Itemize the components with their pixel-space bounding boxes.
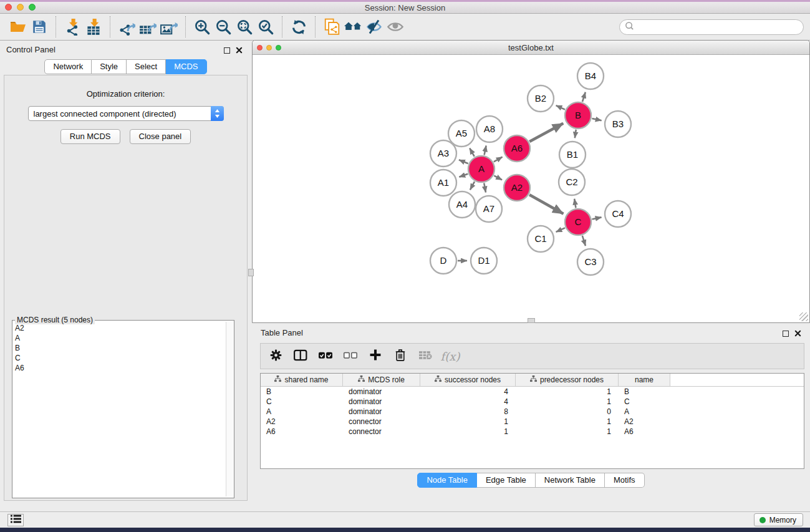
cell-name[interactable]: A (619, 407, 670, 417)
node-A7[interactable]: A7 (476, 196, 502, 222)
memory-button[interactable]: Memory (754, 513, 803, 526)
edge-B-B3[interactable] (592, 118, 601, 120)
node-D[interactable]: D (430, 248, 456, 274)
tab-edge-table[interactable]: Edge Table (477, 473, 536, 488)
cell-successor-nodes[interactable]: 1 (420, 417, 516, 427)
open-session-button[interactable] (7, 17, 29, 37)
edge-C-C3[interactable] (582, 236, 586, 246)
export-network-button[interactable] (116, 17, 137, 37)
float-table-panel-icon[interactable] (783, 331, 789, 337)
edge-B-B2[interactable] (556, 105, 565, 109)
table-row[interactable]: Cdominator41C (261, 397, 804, 407)
column-header-predecessor-nodes[interactable]: predecessor nodes (516, 374, 619, 386)
import-network-button[interactable] (62, 17, 83, 37)
cell-predecessor-nodes[interactable]: 1 (516, 397, 619, 407)
delete-row-button[interactable] (390, 347, 410, 365)
edge-A-A1[interactable] (459, 174, 468, 177)
network-canvas[interactable]: AA6A2BCA1A3A4A5A7A8B1B2B3B4C1C2C3C4DD1 (253, 55, 809, 322)
edge-C-C1[interactable] (556, 228, 565, 231)
cell-name[interactable]: C (619, 397, 670, 407)
node-A6[interactable]: A6 (504, 135, 530, 162)
column-header-name[interactable]: name (619, 374, 670, 386)
cell-predecessor-nodes[interactable]: 1 (516, 387, 619, 397)
result-item[interactable]: A2 (15, 323, 225, 333)
cell-shared-name[interactable]: A (261, 407, 343, 417)
refresh-button[interactable] (288, 17, 309, 37)
cell-mcds-role[interactable]: dominator (343, 387, 420, 397)
export-table-button[interactable] (137, 17, 158, 37)
show-column-button[interactable] (291, 347, 311, 365)
edge-A-A2[interactable] (494, 176, 502, 180)
node-A2[interactable]: A2 (504, 175, 530, 201)
tab-style[interactable]: Style (92, 59, 127, 74)
node-C1[interactable]: C1 (528, 226, 554, 252)
cell-shared-name[interactable]: B (261, 387, 343, 397)
import-table-button[interactable] (83, 17, 104, 37)
tab-select[interactable]: Select (127, 59, 166, 74)
copy-network-button[interactable] (321, 17, 342, 37)
home-network-button[interactable] (342, 17, 364, 37)
cell-name[interactable]: A6 (619, 427, 670, 437)
select-all-button[interactable] (316, 347, 335, 365)
node-B2[interactable]: B2 (528, 85, 554, 112)
cell-predecessor-nodes[interactable]: 1 (516, 417, 619, 427)
mcds-result-list[interactable]: A2ABCA6 (15, 323, 225, 496)
node-B[interactable]: B (565, 102, 591, 128)
settings-gear-button[interactable] (266, 347, 286, 365)
cell-mcds-role[interactable]: dominator (343, 397, 420, 407)
column-header-shared-name[interactable]: shared name (261, 374, 343, 386)
node-B3[interactable]: B3 (605, 111, 631, 137)
zoom-selected-button[interactable] (255, 17, 276, 37)
search-box[interactable] (619, 19, 804, 35)
edge-A-A6[interactable] (494, 157, 503, 162)
result-item[interactable]: C (15, 353, 225, 363)
table-row[interactable]: A2connector11A2 (261, 417, 804, 427)
zoom-fit-button[interactable] (234, 17, 255, 37)
cell-predecessor-nodes[interactable]: 0 (516, 407, 619, 417)
close-panel-icon[interactable] (236, 45, 243, 56)
edge-A-A4[interactable] (470, 181, 475, 190)
run-mcds-button[interactable]: Run MCDS (60, 129, 120, 144)
node-A[interactable]: A (468, 156, 494, 182)
close-panel-button[interactable]: Close panel (130, 129, 191, 144)
result-scrollbar[interactable] (226, 322, 233, 496)
node-C3[interactable]: C3 (577, 249, 604, 275)
unselect-all-button[interactable] (340, 347, 360, 365)
node-B1[interactable]: B1 (559, 142, 586, 168)
node-A3[interactable]: A3 (430, 140, 456, 167)
vertical-split-handle[interactable] (248, 269, 254, 276)
edge-C-C4[interactable] (592, 217, 602, 219)
column-header-successor-nodes[interactable]: successor nodes (420, 374, 516, 386)
table-row[interactable]: Adominator80A (261, 407, 804, 417)
edge-A-A5[interactable] (470, 148, 475, 157)
edge-A6-B[interactable] (529, 123, 563, 142)
cell-shared-name[interactable]: A6 (261, 427, 343, 437)
cell-successor-nodes[interactable]: 4 (420, 387, 516, 397)
table-row[interactable]: Bdominator41B (261, 387, 804, 397)
node-C[interactable]: C (565, 209, 591, 235)
cell-shared-name[interactable]: A2 (261, 417, 343, 427)
edge-A-A7[interactable] (484, 183, 486, 193)
optimization-criterion-select[interactable]: largest connected component (directed) (28, 106, 224, 121)
edge-A-A8[interactable] (485, 145, 486, 155)
edge-B-B1[interactable] (575, 130, 576, 138)
hide-graphics-details-button[interactable] (364, 17, 385, 37)
node-A8[interactable]: A8 (476, 116, 503, 142)
node-B4[interactable]: B4 (577, 63, 604, 89)
close-table-panel-icon[interactable] (794, 328, 801, 339)
search-input[interactable] (634, 21, 803, 34)
cell-successor-nodes[interactable]: 4 (420, 397, 516, 407)
cell-shared-name[interactable]: C (261, 397, 343, 407)
result-item[interactable]: B (15, 343, 225, 353)
result-item[interactable]: A (15, 333, 225, 343)
cell-mcds-role[interactable]: dominator (343, 407, 420, 417)
node-C2[interactable]: C2 (559, 169, 585, 195)
horizontal-split-handle[interactable] (528, 318, 535, 323)
edge-A-A3[interactable] (459, 160, 468, 163)
float-panel-icon[interactable] (224, 47, 230, 54)
table-row[interactable]: A6connector11A6 (261, 427, 804, 437)
tab-motifs[interactable]: Motifs (605, 473, 645, 488)
cell-predecessor-nodes[interactable]: 1 (516, 427, 619, 437)
edge-A2-C[interactable] (529, 195, 563, 214)
cell-mcds-role[interactable]: connector (343, 417, 420, 427)
